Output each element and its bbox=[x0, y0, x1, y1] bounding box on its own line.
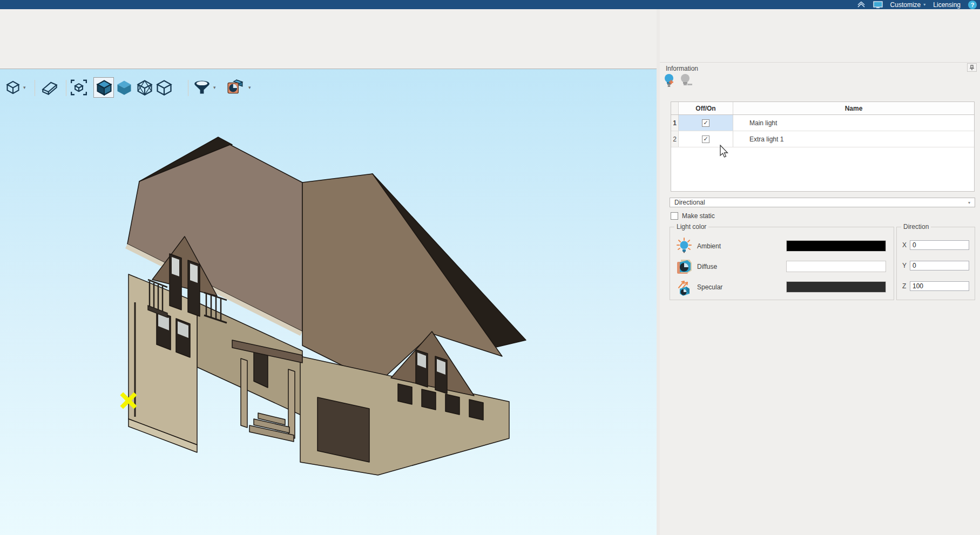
lights-table: Off/On Name 1 ✓ Main light 2 ✓ Extra lig… bbox=[671, 101, 975, 192]
view-toolbar: ▾ bbox=[0, 79, 657, 100]
filter-dropdown-caret[interactable]: ▾ bbox=[213, 85, 216, 90]
ambient-label: Ambient bbox=[697, 242, 721, 250]
light-name-cell[interactable]: Main light bbox=[733, 115, 974, 131]
make-static-checkbox[interactable] bbox=[671, 212, 678, 220]
onoff-cell[interactable]: ✓ bbox=[679, 115, 733, 131]
specular-label: Specular bbox=[697, 283, 722, 291]
onoff-cell[interactable]: ✓ bbox=[679, 131, 733, 147]
y-input[interactable] bbox=[910, 261, 969, 270]
light-checkbox[interactable]: ✓ bbox=[702, 136, 709, 143]
table-row[interactable]: 2 ✓ Extra light 1 bbox=[671, 131, 974, 147]
column-header-name[interactable]: Name bbox=[733, 102, 974, 114]
ambient-light-icon bbox=[675, 237, 693, 255]
make-static-option[interactable]: Make static bbox=[671, 212, 715, 220]
specular-row: Specular bbox=[675, 278, 722, 296]
z-input[interactable] bbox=[910, 281, 969, 291]
light-type-value: Directional bbox=[674, 199, 705, 206]
specular-light-icon bbox=[675, 278, 693, 296]
information-panel: Information Off/On Name bbox=[660, 9, 980, 535]
shaded-view-icon[interactable] bbox=[96, 79, 113, 96]
ambient-color-swatch[interactable] bbox=[786, 240, 886, 252]
remove-light-button[interactable] bbox=[679, 73, 693, 89]
ambient-row: Ambient bbox=[675, 237, 721, 255]
viewport-3d[interactable]: ▾ bbox=[0, 69, 657, 535]
toolbar-separator bbox=[35, 80, 35, 96]
pin-icon bbox=[969, 65, 975, 70]
column-header-onoff[interactable]: Off/On bbox=[679, 102, 733, 114]
flat-shaded-view-icon[interactable] bbox=[116, 79, 133, 96]
customize-label: Customize bbox=[890, 1, 921, 9]
corner-cell bbox=[671, 102, 679, 114]
house-model[interactable] bbox=[0, 69, 657, 535]
diffuse-label: Diffuse bbox=[697, 263, 717, 270]
zoom-extents-icon[interactable] bbox=[70, 79, 87, 96]
isometric-view-icon[interactable] bbox=[4, 79, 22, 96]
toolbar-separator bbox=[66, 80, 66, 96]
toolbar-separator bbox=[188, 80, 188, 96]
wireframe-view-icon[interactable] bbox=[136, 79, 153, 96]
chevron-down-icon: ▾ bbox=[923, 2, 925, 7]
add-light-button[interactable] bbox=[663, 73, 677, 89]
panel-divider bbox=[660, 62, 980, 63]
chevron-down-icon: ▾ bbox=[968, 200, 970, 205]
table-row[interactable]: 1 ✓ Main light bbox=[671, 115, 974, 131]
perspective-box-icon[interactable] bbox=[41, 79, 58, 96]
diffuse-row: Diffuse bbox=[675, 258, 717, 276]
auto-hide-pin-button[interactable] bbox=[967, 63, 977, 72]
specular-color-swatch[interactable] bbox=[786, 281, 886, 293]
titlebar: Customize ▾ Licensing ? bbox=[0, 0, 980, 9]
light-type-dropdown[interactable]: Directional ▾ bbox=[670, 198, 975, 207]
hidden-line-view-icon[interactable] bbox=[156, 79, 173, 96]
direction-x-row: X bbox=[902, 240, 969, 250]
direction-group-title: Direction bbox=[901, 223, 931, 231]
x-label: X bbox=[902, 241, 910, 249]
display-icon[interactable] bbox=[873, 0, 883, 9]
diffuse-light-icon bbox=[675, 258, 693, 276]
render-camera-icon[interactable] bbox=[227, 79, 244, 96]
light-checkbox[interactable]: ✓ bbox=[702, 119, 709, 127]
light-color-group-title: Light color bbox=[674, 223, 708, 231]
z-label: Z bbox=[902, 282, 910, 290]
licensing-menu[interactable]: Licensing bbox=[933, 0, 961, 9]
direction-y-row: Y bbox=[902, 261, 969, 270]
row-number[interactable]: 2 bbox=[671, 131, 679, 147]
licensing-label: Licensing bbox=[933, 1, 961, 9]
light-position-marker bbox=[120, 392, 137, 409]
direction-group: Direction X Y Z bbox=[896, 227, 975, 300]
customize-menu[interactable]: Customize ▾ bbox=[890, 0, 926, 9]
light-name-cell[interactable]: Extra light 1 bbox=[733, 131, 974, 147]
help-button[interactable]: ? bbox=[968, 0, 972, 9]
panel-title: Information bbox=[666, 65, 698, 72]
row-number[interactable]: 1 bbox=[671, 115, 679, 131]
diffuse-color-swatch[interactable] bbox=[786, 261, 886, 272]
light-color-group: Light color Ambient bbox=[670, 227, 894, 300]
lights-table-header: Off/On Name bbox=[671, 102, 974, 115]
view-dropdown-caret[interactable]: ▾ bbox=[23, 85, 26, 90]
minimize-ribbon-icon[interactable] bbox=[857, 0, 866, 9]
y-label: Y bbox=[902, 262, 910, 269]
direction-z-row: Z bbox=[902, 281, 969, 291]
x-input[interactable] bbox=[910, 240, 969, 250]
make-static-label: Make static bbox=[682, 212, 715, 220]
filter-icon[interactable] bbox=[193, 79, 211, 96]
help-icon: ? bbox=[968, 1, 977, 9]
camera-dropdown-caret[interactable]: ▾ bbox=[248, 85, 251, 90]
